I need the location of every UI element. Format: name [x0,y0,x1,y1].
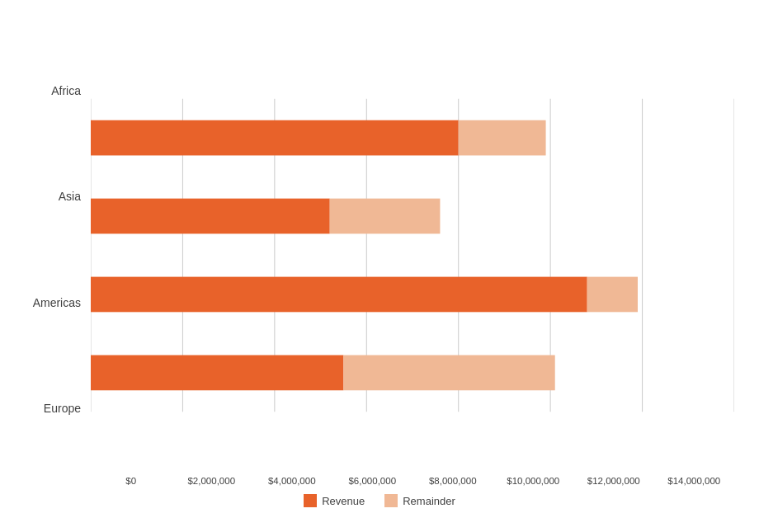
chart-container: AfricaAsiaAmericasEurope $0$2,000,000$4,… [8,8,751,524]
grid-and-bars [91,38,734,473]
bar-remainder-africa[interactable] [459,120,546,156]
legend-swatch-revenue [304,494,317,507]
x-label: $14,000,000 [654,476,735,486]
bars-and-grid: $0$2,000,000$4,000,000$6,000,000$8,000,0… [91,38,734,486]
bar-revenue-americas[interactable] [91,277,587,313]
bar-remainder-europe[interactable] [343,355,554,391]
x-label: $8,000,000 [412,476,493,486]
legend-label-revenue: Revenue [322,495,365,507]
y-label-asia: Asia [59,144,81,249]
legend-item-remainder: Remainder [384,494,455,507]
y-label-europe: Europe [44,355,81,461]
legend-item-revenue: Revenue [304,494,365,507]
legend: RevenueRemainder [304,494,455,507]
bar-remainder-asia[interactable] [330,199,441,234]
x-label: $6,000,000 [332,476,413,486]
y-label-americas: Americas [33,250,81,355]
legend-label-remainder: Remainder [403,495,455,507]
bar-revenue-africa[interactable] [91,120,459,156]
bar-revenue-asia[interactable] [91,199,330,234]
x-label: $2,000,000 [172,476,252,486]
x-label: $12,000,000 [573,476,654,486]
y-label-africa: Africa [51,38,81,144]
x-label: $4,000,000 [252,476,332,486]
bar-remainder-americas[interactable] [587,277,638,313]
bar-revenue-europe[interactable] [91,355,343,391]
x-label: $0 [91,476,172,486]
y-axis-labels: AfricaAsiaAmericasEurope [25,38,91,486]
chart-area: AfricaAsiaAmericasEurope $0$2,000,000$4,… [25,38,734,486]
legend-swatch-remainder [384,494,398,507]
x-label: $10,000,000 [493,476,574,486]
x-axis-labels: $0$2,000,000$4,000,000$6,000,000$8,000,0… [91,473,734,486]
